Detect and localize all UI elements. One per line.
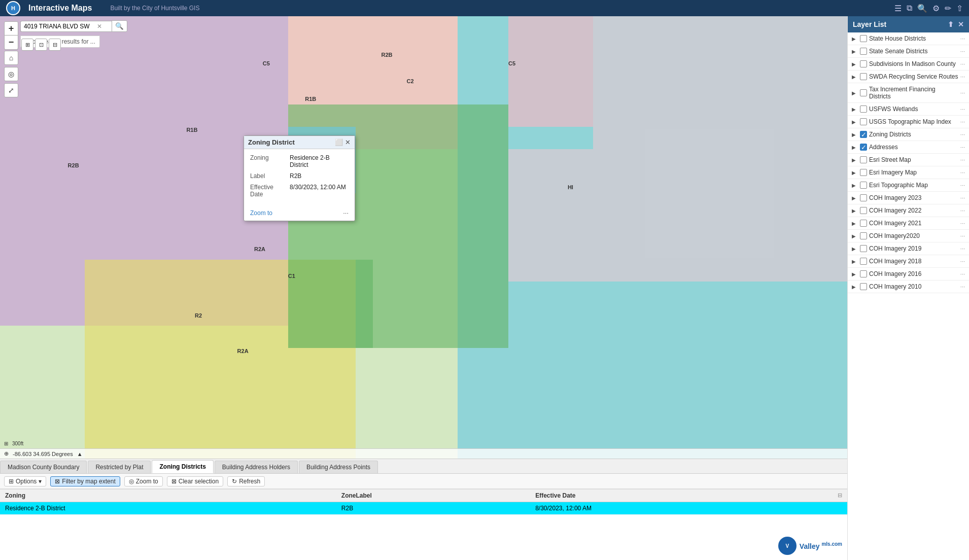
layer-menu-icon[interactable]: ··· (960, 233, 965, 239)
layer-item[interactable]: ▶COH Imagery 2018··· (848, 255, 969, 268)
layer-menu-icon[interactable]: ··· (960, 131, 965, 137)
layer-item[interactable]: ▶State Senate Districts··· (848, 45, 969, 58)
layer-expand-arrow[interactable]: ▶ (852, 157, 858, 163)
tab-zoning-districts[interactable]: Zoning Districts (152, 460, 213, 473)
search-icon[interactable]: 🔍 (917, 4, 927, 13)
locate-button[interactable]: ◎ (4, 67, 18, 81)
layer-item[interactable]: ▶COH Imagery2020··· (848, 230, 969, 242)
layer-menu-icon[interactable]: ··· (960, 48, 965, 54)
search-button[interactable]: 🔍 (112, 20, 127, 32)
layer-item[interactable]: ▶COH Imagery 2019··· (848, 242, 969, 255)
layer-menu-icon[interactable]: ··· (960, 195, 965, 201)
search-clear-icon[interactable]: ✕ (97, 23, 102, 30)
layer-item[interactable]: ▶COH Imagery 2021··· (848, 217, 969, 230)
layer-checkbox[interactable] (860, 60, 867, 67)
panel-close-icon[interactable]: ✕ (958, 20, 964, 28)
tab-building-address-points[interactable]: Building Address Points (299, 461, 378, 473)
share-icon[interactable]: ⇧ (956, 4, 963, 13)
layer-menu-icon[interactable]: ··· (960, 182, 965, 188)
popup-header[interactable]: Zoning District ⬜ ✕ (244, 136, 355, 149)
layer-item[interactable]: ▶Esri Topographic Map··· (848, 179, 969, 192)
table-row[interactable]: Residence 2-B District R2B 8/30/2023, 12… (0, 502, 847, 515)
layer-item[interactable]: ▶State House Districts··· (848, 32, 969, 45)
layer-expand-arrow[interactable]: ▶ (852, 49, 858, 54)
layer-expand-arrow[interactable]: ▶ (852, 61, 858, 67)
layer-menu-icon[interactable]: ··· (960, 119, 965, 125)
layer-item[interactable]: ▶COH Imagery 2022··· (848, 204, 969, 217)
layer-item[interactable]: ▶✓Zoning Districts··· (848, 128, 969, 141)
layer-expand-arrow[interactable]: ▶ (852, 233, 858, 239)
refresh-button[interactable]: ↻ Refresh (227, 476, 265, 486)
layer-item[interactable]: ▶SWDA Recycling Service Routes··· (848, 71, 969, 83)
home-button[interactable]: ⌂ (4, 51, 18, 65)
map-canvas[interactable]: R2BC5C5C2R1BR1BC1R2BC1R2AR2R2AHI ⊞ 300ft… (0, 16, 847, 459)
tool-btn-3[interactable]: ⊟ (49, 39, 61, 51)
layer-checkbox[interactable] (860, 118, 867, 125)
tab-building-address-holders[interactable]: Building Address Holders (215, 461, 298, 473)
layer-expand-arrow[interactable]: ▶ (852, 107, 858, 112)
layer-checkbox[interactable] (860, 156, 867, 163)
layer-expand-arrow[interactable]: ▶ (852, 195, 858, 201)
layer-menu-icon[interactable]: ··· (960, 207, 965, 214)
layer-checkbox[interactable] (860, 270, 867, 277)
popup-minimize-icon[interactable]: ⬜ (335, 138, 343, 146)
panel-expand-icon[interactable]: ⬆ (948, 20, 954, 28)
layer-expand-arrow[interactable]: ▶ (852, 208, 858, 214)
layer-menu-icon[interactable]: ··· (960, 90, 965, 96)
zoom-to-button[interactable]: ◎ Zoom to (124, 476, 163, 486)
layer-item[interactable]: ▶COH Imagery 2010··· (848, 281, 969, 293)
layer-checkbox[interactable] (860, 207, 867, 214)
layer-item[interactable]: ▶COH Imagery 2023··· (848, 192, 969, 204)
settings-icon[interactable]: ⚙ (932, 4, 940, 13)
popup-more-icon[interactable]: ··· (343, 209, 349, 217)
layer-item[interactable]: ▶COH Imagery 2016··· (848, 268, 969, 281)
tool-btn-1[interactable]: ⊞ (21, 39, 33, 51)
feature-popup[interactable]: Zoning District ⬜ ✕ Zoning Residence 2-B… (244, 135, 355, 221)
layer-checkbox[interactable] (860, 258, 867, 265)
layer-expand-arrow[interactable]: ▶ (852, 145, 858, 150)
layer-checkbox[interactable] (860, 89, 867, 96)
layer-menu-icon[interactable]: ··· (960, 169, 965, 176)
layer-menu-icon[interactable]: ··· (960, 284, 965, 290)
filter-button[interactable]: ⊠ Filter by map extent (50, 476, 120, 486)
clear-selection-button[interactable]: ⊠ Clear selection (167, 476, 223, 486)
layer-checkbox[interactable] (860, 182, 867, 189)
layer-item[interactable]: ▶Tax Increment Financing Districts··· (848, 83, 969, 103)
search-input[interactable] (24, 23, 95, 30)
layer-item[interactable]: ▶Esri Street Map··· (848, 154, 969, 166)
tab-madison-county[interactable]: Madison County Boundary (0, 461, 87, 473)
layer-expand-arrow[interactable]: ▶ (852, 74, 858, 80)
layer-menu-icon[interactable]: ··· (960, 61, 965, 67)
layer-expand-arrow[interactable]: ▶ (852, 132, 858, 137)
options-button[interactable]: ⊞ Options ▾ (4, 476, 46, 486)
layer-menu-icon[interactable]: ··· (960, 246, 965, 252)
layer-expand-arrow[interactable]: ▶ (852, 284, 858, 290)
layer-checkbox[interactable] (860, 48, 867, 55)
layer-menu-icon[interactable]: ··· (960, 220, 965, 226)
layer-expand-arrow[interactable]: ▶ (852, 170, 858, 176)
layer-menu-icon[interactable]: ··· (960, 106, 965, 112)
layer-checkbox[interactable] (860, 283, 867, 290)
layer-expand-arrow[interactable]: ▶ (852, 259, 858, 264)
layer-expand-arrow[interactable]: ▶ (852, 246, 858, 252)
layer-item[interactable]: ▶USGS Topographic Map Index··· (848, 116, 969, 128)
layer-expand-arrow[interactable]: ▶ (852, 119, 858, 125)
layer-checkbox[interactable] (860, 73, 867, 80)
layer-checkbox[interactable] (860, 35, 867, 42)
layer-checkbox[interactable]: ✓ (860, 131, 867, 138)
layer-checkbox[interactable] (860, 106, 867, 113)
layer-checkbox[interactable] (860, 220, 867, 227)
tool-btn-2[interactable]: ⊡ (35, 39, 47, 51)
layer-menu-icon[interactable]: ··· (960, 258, 965, 264)
zoom-out-button[interactable]: − (4, 36, 18, 50)
fullscreen-button[interactable]: ⤢ (4, 83, 18, 97)
layer-expand-arrow[interactable]: ▶ (852, 90, 858, 96)
draw-icon[interactable]: ✏ (945, 4, 951, 13)
layer-menu-icon[interactable]: ··· (960, 144, 965, 150)
layer-item[interactable]: ▶✓Addresses··· (848, 141, 969, 154)
zoom-in-button[interactable]: + (4, 21, 18, 36)
layer-expand-arrow[interactable]: ▶ (852, 36, 858, 42)
layer-checkbox[interactable] (860, 245, 867, 252)
layer-menu-icon[interactable]: ··· (960, 271, 965, 277)
zoom-to-link[interactable]: Zoom to (250, 209, 272, 217)
